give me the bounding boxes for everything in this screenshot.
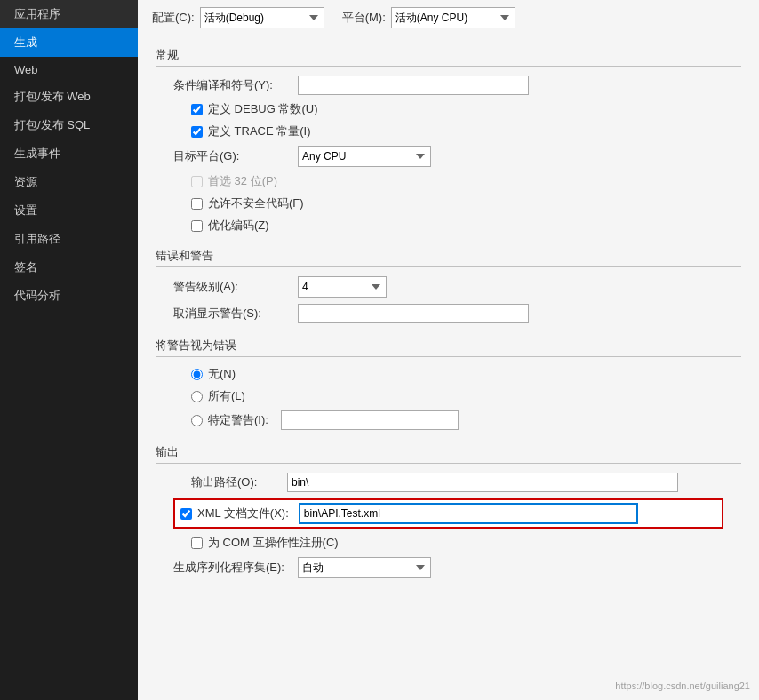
sidebar-item-build-events[interactable]: 生成事件	[0, 139, 138, 168]
general-section: 常规 条件编译和符号(Y): 定义 DEBUG 常数(U) 定义 TRACE 常…	[156, 47, 741, 234]
output-section: 输出 输出路径(O): XML 文档文件(X): 为 COM 互操作性注册(C)…	[156, 444, 741, 578]
xml-doc-row: XML 文档文件(X):	[173, 498, 723, 529]
sidebar-item-package-web[interactable]: 打包/发布 Web	[0, 83, 138, 111]
warning-level-label: 警告级别(A):	[173, 279, 298, 295]
treat-warnings-title: 将警告视为错误	[156, 338, 741, 357]
prefer32-label: 首选 32 位(P)	[208, 173, 277, 189]
errors-title: 错误和警告	[156, 248, 741, 267]
define-debug-checkbox[interactable]	[191, 104, 203, 115]
com-register-checkbox[interactable]	[191, 537, 203, 549]
sidebar-item-build[interactable]: 生成	[0, 28, 138, 57]
output-path-input[interactable]	[287, 473, 678, 492]
specific-warnings-input[interactable]	[281, 410, 459, 430]
none-radio[interactable]	[191, 369, 203, 380]
sidebar-item-settings[interactable]: 设置	[0, 196, 138, 225]
conditional-compile-row: 条件编译和符号(Y):	[156, 76, 741, 95]
sidebar-item-code-analysis[interactable]: 代码分析	[0, 282, 138, 310]
optimize-label[interactable]: 优化编码(Z)	[208, 218, 269, 234]
specific-radio[interactable]	[191, 415, 203, 426]
platform-item: 平台(M): 活动(Any CPU)	[342, 7, 515, 28]
output-title: 输出	[156, 444, 741, 464]
sidebar-item-reference-paths[interactable]: 引用路径	[0, 225, 138, 253]
suppress-warnings-input[interactable]	[298, 304, 529, 323]
prefer32-checkbox[interactable]	[191, 176, 203, 187]
specific-radio-label[interactable]: 特定警告(I):	[208, 412, 268, 428]
config-label: 配置(C):	[152, 10, 195, 26]
define-trace-label[interactable]: 定义 TRACE 常量(I)	[208, 123, 311, 139]
general-title: 常规	[156, 47, 741, 67]
sidebar-item-web[interactable]: Web	[0, 57, 138, 83]
sidebar-item-signing[interactable]: 签名	[0, 253, 138, 282]
sidebar-item-application[interactable]: 应用程序	[0, 0, 138, 28]
all-radio-label[interactable]: 所有(L)	[208, 388, 245, 404]
platform-label: 平台(M):	[342, 10, 386, 26]
define-trace-row: 定义 TRACE 常量(I)	[156, 123, 741, 139]
serialization-row: 生成序列化程序集(E): 自动	[156, 557, 741, 578]
prefer32-row: 首选 32 位(P)	[156, 173, 741, 189]
sidebar: 应用程序 生成 Web 打包/发布 Web 打包/发布 SQL 生成事件 资源 …	[0, 0, 138, 700]
allow-unsafe-row: 允许不安全代码(F)	[156, 195, 741, 211]
suppress-warnings-label: 取消显示警告(S):	[173, 306, 298, 322]
none-radio-label[interactable]: 无(N)	[208, 366, 236, 382]
content-area: 常规 条件编译和符号(Y): 定义 DEBUG 常数(U) 定义 TRACE 常…	[138, 36, 759, 700]
specific-radio-row: 特定警告(I):	[156, 410, 741, 430]
config-select[interactable]: 活动(Debug)	[200, 7, 324, 28]
suppress-warnings-row: 取消显示警告(S):	[156, 304, 741, 323]
serialization-label: 生成序列化程序集(E):	[173, 560, 298, 576]
main-content: 配置(C): 活动(Debug) 平台(M): 活动(Any CPU) 常规 条…	[138, 0, 759, 700]
all-radio[interactable]	[191, 391, 203, 402]
conditional-compile-input[interactable]	[298, 76, 529, 95]
target-platform-row: 目标平台(G): Any CPU	[156, 146, 741, 167]
allow-unsafe-label[interactable]: 允许不安全代码(F)	[208, 195, 304, 211]
platform-select[interactable]: 活动(Any CPU)	[391, 7, 515, 28]
all-radio-row: 所有(L)	[156, 388, 741, 404]
treat-warnings-section: 将警告视为错误 无(N) 所有(L) 特定警告(I):	[156, 338, 741, 430]
xml-doc-checkbox[interactable]	[180, 508, 192, 520]
optimize-row: 优化编码(Z)	[156, 218, 741, 234]
sidebar-item-resources[interactable]: 资源	[0, 168, 138, 196]
config-item: 配置(C): 活动(Debug)	[152, 7, 324, 28]
xml-doc-label[interactable]: XML 文档文件(X):	[197, 505, 289, 521]
output-path-label: 输出路径(O):	[191, 474, 280, 490]
define-debug-label[interactable]: 定义 DEBUG 常数(U)	[208, 101, 318, 117]
optimize-checkbox[interactable]	[191, 220, 203, 232]
header-bar: 配置(C): 活动(Debug) 平台(M): 活动(Any CPU)	[138, 0, 759, 36]
com-register-label[interactable]: 为 COM 互操作性注册(C)	[208, 535, 339, 551]
watermark: https://blog.csdn.net/guiliang21	[615, 680, 750, 691]
define-debug-row: 定义 DEBUG 常数(U)	[156, 101, 741, 117]
target-platform-select[interactable]: Any CPU	[298, 146, 431, 167]
warning-level-select[interactable]: 4	[298, 276, 387, 298]
com-register-row: 为 COM 互操作性注册(C)	[156, 535, 741, 551]
serialization-select[interactable]: 自动	[298, 557, 431, 578]
conditional-compile-label: 条件编译和符号(Y):	[173, 77, 298, 93]
xml-doc-input[interactable]	[300, 504, 637, 523]
errors-section: 错误和警告 警告级别(A): 4 取消显示警告(S):	[156, 248, 741, 323]
sidebar-item-package-sql[interactable]: 打包/发布 SQL	[0, 111, 138, 139]
allow-unsafe-checkbox[interactable]	[191, 198, 203, 210]
target-platform-label: 目标平台(G):	[173, 148, 298, 164]
warning-level-row: 警告级别(A): 4	[156, 276, 741, 298]
define-trace-checkbox[interactable]	[191, 126, 203, 138]
none-radio-row: 无(N)	[156, 366, 741, 382]
output-path-row: 输出路径(O):	[156, 473, 741, 492]
